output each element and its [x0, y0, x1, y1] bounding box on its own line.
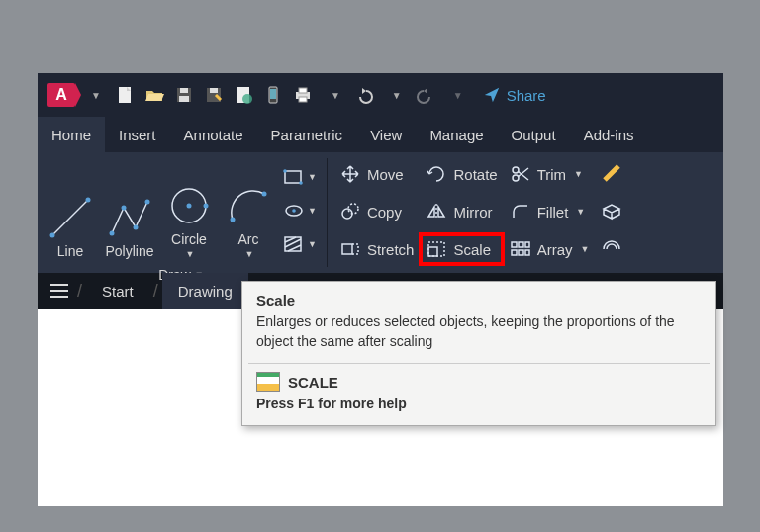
fillet-icon [510, 202, 531, 222]
arc-icon [225, 182, 272, 229]
tab-output[interactable]: Output [498, 117, 570, 152]
svg-rect-38 [428, 242, 444, 256]
svg-rect-25 [285, 171, 301, 183]
erase-button[interactable] [597, 160, 626, 188]
rectangle-icon [283, 167, 305, 187]
hatch-button[interactable]: ▼ [283, 231, 317, 257]
print-icon[interactable] [291, 83, 315, 107]
ellipse-button[interactable]: ▼ [283, 198, 317, 223]
tooltip-title: Scale [242, 282, 715, 312]
hamburger-icon[interactable] [46, 277, 73, 305]
svg-rect-37 [428, 247, 437, 256]
line-icon [47, 194, 94, 241]
svg-point-26 [283, 169, 287, 173]
rotate-icon [426, 164, 447, 184]
svg-rect-41 [512, 242, 517, 247]
saveas-icon[interactable] [202, 83, 226, 107]
svg-rect-3 [179, 96, 189, 102]
redo-caret[interactable]: ▼ [453, 90, 463, 101]
svg-rect-9 [270, 89, 276, 99]
line-label: Line [57, 243, 83, 259]
array-icon [510, 239, 531, 259]
svg-point-40 [513, 175, 519, 181]
trim-icon [510, 164, 531, 184]
copy-icon [339, 202, 361, 222]
svg-point-23 [231, 218, 236, 222]
undo-icon[interactable] [352, 83, 376, 107]
offset-button[interactable] [597, 235, 626, 263]
tab-home[interactable]: Home [38, 117, 105, 152]
svg-rect-45 [519, 250, 523, 255]
circle-button[interactable]: Circle▼ [160, 158, 218, 263]
panel-separator [327, 158, 328, 267]
svg-point-14 [50, 233, 55, 238]
circle-icon [165, 182, 213, 229]
tab-divider: / [77, 281, 82, 302]
svg-rect-2 [180, 88, 188, 93]
app-menu-caret[interactable]: ▼ [91, 90, 101, 101]
svg-rect-44 [512, 250, 517, 255]
tab-drawing[interactable]: Drawing [162, 273, 248, 309]
svg-line-47 [605, 166, 618, 180]
tooltip-command: SCALE [288, 374, 338, 391]
stretch-button[interactable]: Stretch [335, 235, 419, 263]
circle-label: Circle [171, 231, 207, 247]
svg-rect-43 [525, 242, 529, 247]
new-icon[interactable] [113, 83, 137, 107]
svg-point-24 [262, 192, 267, 197]
svg-point-17 [122, 206, 127, 211]
web-open-icon[interactable] [232, 83, 255, 107]
svg-rect-46 [525, 250, 529, 255]
draw-panel: Line Polyline Circle▼ Arc▼ ▼ ▼ ▼ [38, 152, 325, 273]
tooltip-description: Enlarges or reduces selected objects, ke… [242, 312, 715, 363]
rotate-button[interactable]: Rotate [422, 160, 501, 188]
svg-point-19 [145, 200, 150, 205]
tab-insert[interactable]: Insert [105, 117, 170, 152]
menu-bar: Home Insert Annotate Parametric View Man… [38, 117, 723, 152]
trim-button[interactable]: Trim▼ [506, 160, 594, 188]
ribbon: Line Polyline Circle▼ Arc▼ ▼ ▼ ▼ [38, 152, 723, 273]
svg-point-27 [299, 181, 303, 185]
print-caret[interactable]: ▼ [331, 90, 340, 101]
svg-point-7 [242, 94, 252, 104]
move-button[interactable]: Move [335, 160, 419, 188]
redo-icon[interactable] [414, 83, 437, 107]
ellipse-icon [283, 201, 305, 221]
polyline-label: Polyline [105, 243, 153, 259]
arc-label: Arc [238, 231, 259, 247]
copy-button[interactable]: Copy [335, 198, 419, 225]
svg-rect-11 [299, 88, 307, 93]
scale-button[interactable]: Scale [422, 235, 501, 263]
share-label: Share [507, 87, 546, 104]
share-button[interactable]: Share [483, 86, 546, 104]
tab-annotate[interactable]: Annotate [170, 117, 257, 152]
rectangle-button[interactable]: ▼ [283, 164, 317, 190]
svg-point-15 [86, 198, 91, 203]
tab-divider: / [153, 281, 158, 302]
array-button[interactable]: Array▼ [506, 235, 594, 263]
undo-caret[interactable]: ▼ [392, 90, 402, 101]
tab-manage[interactable]: Manage [416, 117, 497, 152]
tab-addins[interactable]: Add-ins [570, 117, 648, 152]
app-logo[interactable]: A [48, 83, 75, 107]
svg-point-39 [513, 167, 519, 173]
move-icon [339, 164, 361, 184]
svg-point-29 [292, 209, 296, 213]
tab-start[interactable]: Start [86, 273, 149, 309]
polyline-button[interactable]: Polyline [101, 158, 158, 263]
explode-button[interactable] [597, 198, 626, 225]
svg-point-18 [134, 225, 139, 230]
mobile-save-icon[interactable] [261, 83, 285, 107]
tab-view[interactable]: View [356, 117, 416, 152]
offset-icon [601, 239, 622, 259]
mirror-button[interactable]: Mirror [422, 198, 501, 225]
line-button[interactable]: Line [42, 158, 99, 263]
open-icon[interactable] [142, 83, 166, 107]
save-icon[interactable] [172, 83, 196, 107]
tab-parametric[interactable]: Parametric [257, 117, 357, 152]
svg-point-21 [187, 204, 192, 209]
svg-rect-36 [342, 244, 352, 254]
arc-button[interactable]: Arc▼ [220, 158, 277, 263]
erase-icon [601, 164, 622, 184]
fillet-button[interactable]: Fillet▼ [506, 198, 594, 225]
